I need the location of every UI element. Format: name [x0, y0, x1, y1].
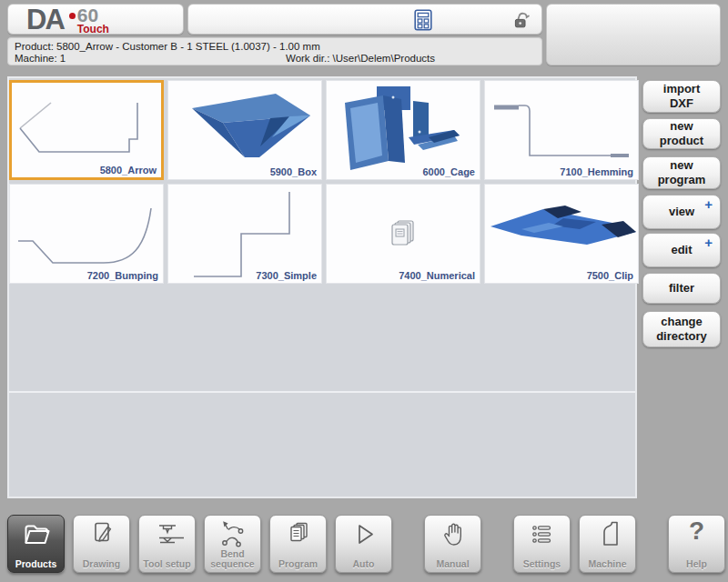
header-empty-panel [546, 4, 721, 65]
play-icon [348, 518, 380, 551]
settings-list-icon [526, 518, 559, 551]
tab-products[interactable]: Products [7, 515, 65, 573]
tab-label: Tool setup [139, 559, 195, 569]
program-pages-icon [282, 518, 315, 551]
product-tile-label: 7200_Bumping [87, 270, 158, 281]
product-tile-7100-hemming[interactable]: 7100_Hemming [484, 80, 639, 180]
tab-label: Drawing [74, 559, 129, 569]
import-dxf-button[interactable]: import DXF [642, 80, 721, 113]
product-tile-label: 6000_Cage [423, 166, 476, 177]
logo-red-dot-icon [69, 13, 76, 19]
machine-info-text: Machine: 1 [15, 53, 66, 64]
logo-model-text: 60 [77, 6, 98, 24]
tab-label: Program [270, 559, 326, 569]
product-tile-7500-clip[interactable]: 7500_Clip [484, 184, 639, 284]
header-status-bar [187, 4, 542, 35]
tab-label: Products [8, 559, 64, 569]
logo-da-text: DA [26, 6, 64, 34]
button-label: new program [658, 158, 706, 186]
tab-label: Machine [580, 559, 635, 569]
tab-label: Bend sequence [205, 549, 260, 569]
tab-help[interactable]: ? Help [668, 515, 725, 573]
da60-touch-screen: DA 60 Touch Product: 5800_Arr [0, 0, 728, 582]
button-label: filter [669, 281, 694, 296]
product-info-bar: Product: 5800_Arrow - Customer B - 1 STE… [7, 37, 542, 65]
product-tile-5800-arrow[interactable]: 5800_Arrow [9, 80, 164, 180]
tab-program[interactable]: Program [269, 515, 327, 573]
product-info-text: Product: 5800_Arrow - Customer B - 1 STE… [15, 41, 320, 52]
product-tile-7400-numerical[interactable]: 7400_Numerical [326, 184, 480, 284]
filter-button[interactable]: filter [642, 273, 721, 304]
product-tile-label: 7500_Clip [587, 270, 633, 281]
tab-auto[interactable]: Auto [335, 515, 392, 573]
view-button[interactable]: view + [642, 195, 721, 229]
tab-label: Help [669, 559, 724, 569]
work-dir-text: Work dir.: \User\Delem\Products [286, 53, 435, 64]
logo-block: DA 60 Touch [7, 4, 184, 35]
bend-sequence-icon [217, 518, 249, 551]
button-label: edit [671, 243, 692, 257]
product-tile-label: 5800_Arrow [100, 165, 157, 176]
new-program-button[interactable]: new program [642, 156, 721, 189]
plus-expand-icon: + [704, 196, 713, 213]
empty-row-divider [9, 391, 635, 393]
product-tile-5900-box[interactable]: 5900_Box [167, 80, 322, 180]
tab-drawing[interactable]: Drawing [73, 515, 130, 573]
question-mark-icon: ? [669, 517, 724, 546]
unlocked-padlock-icon[interactable] [512, 10, 532, 30]
button-label: import DXF [663, 82, 700, 110]
drawing-pencil-icon [86, 518, 118, 551]
product-tile-6000-cage[interactable]: 6000_Cage [326, 80, 480, 180]
product-tile-label: 7100_Hemming [560, 166, 633, 177]
tab-label: Settings [514, 559, 570, 569]
tab-settings[interactable]: Settings [513, 515, 571, 573]
product-tile-label: 7300_Simple [256, 270, 317, 281]
hand-icon [437, 518, 470, 551]
tab-machine[interactable]: Machine [579, 515, 636, 573]
arrow-profile-thumbnail [12, 83, 161, 170]
product-tile-7300-simple[interactable]: 7300_Simple [167, 184, 322, 284]
tab-tool-setup[interactable]: Tool setup [138, 515, 196, 573]
product-tile-7200-bumping[interactable]: 7200_Bumping [9, 184, 164, 284]
plus-expand-icon: + [704, 235, 713, 251]
tool-setup-icon [151, 518, 184, 551]
tab-manual[interactable]: Manual [424, 515, 481, 573]
product-tile-label: 7400_Numerical [399, 270, 475, 281]
press-brake-icon [592, 518, 624, 551]
tab-label: Auto [336, 559, 391, 569]
logo-touch-text: Touch [77, 24, 109, 35]
da60-logo: DA 60 Touch [8, 5, 183, 35]
product-tile-label: 5900_Box [270, 166, 317, 177]
new-product-button[interactable]: new product [642, 118, 721, 149]
button-label: change directory [656, 315, 707, 343]
button-label: view [669, 205, 694, 219]
calculator-icon[interactable] [414, 9, 432, 31]
tab-label: Manual [425, 559, 480, 569]
change-directory-button[interactable]: change directory [642, 311, 721, 347]
edit-button[interactable]: edit + [642, 233, 721, 267]
tab-bend-sequence[interactable]: Bend sequence [204, 515, 261, 573]
folder-icon [20, 518, 53, 551]
button-label: new product [660, 119, 703, 147]
